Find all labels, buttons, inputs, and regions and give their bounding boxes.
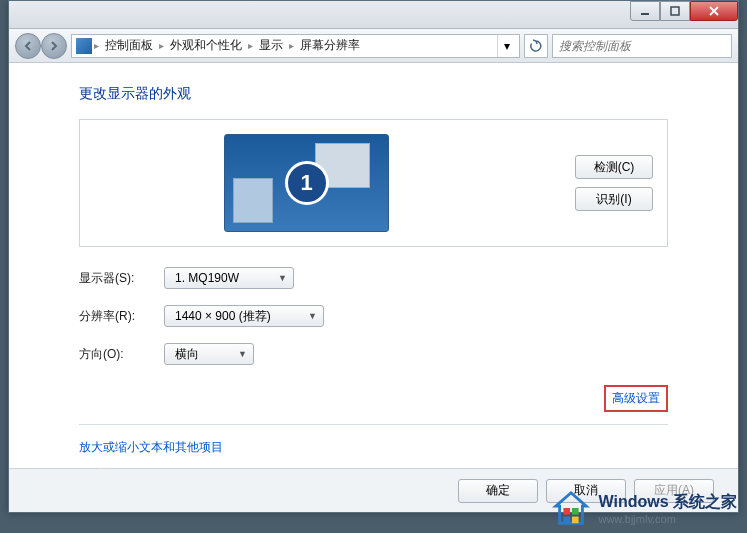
svg-rect-2 — [564, 508, 571, 515]
navigation-bar: ▸ 控制面板 ▸ 外观和个性化 ▸ 显示 ▸ 屏幕分辨率 ▾ — [9, 29, 738, 63]
divider — [79, 424, 668, 425]
maximize-button[interactable] — [660, 1, 690, 21]
breadcrumb-item[interactable]: 显示 — [255, 37, 287, 54]
zoom-text-link[interactable]: 放大或缩小文本和其他项目 — [79, 439, 668, 456]
svg-rect-0 — [641, 13, 649, 15]
breadcrumb-dropdown[interactable]: ▾ — [497, 35, 515, 57]
forward-button[interactable] — [41, 33, 67, 59]
identify-button[interactable]: 识别(I) — [575, 187, 653, 211]
breadcrumb-item[interactable]: 屏幕分辨率 — [296, 37, 364, 54]
orientation-dropdown[interactable]: 横向 ▼ — [164, 343, 254, 365]
svg-rect-4 — [564, 517, 571, 524]
svg-rect-3 — [572, 508, 579, 515]
chevron-down-icon: ▼ — [278, 273, 287, 283]
desktop-thumbnail — [233, 178, 273, 223]
watermark: Windows 系统之家 www.bjjmlv.com — [552, 489, 737, 527]
chevron-down-icon: ▼ — [308, 311, 317, 321]
back-button[interactable] — [15, 33, 41, 59]
help-links: 放大或缩小文本和其他项目 我应该选择什么显示器设置？ — [79, 439, 668, 468]
orientation-label: 方向(O): — [79, 346, 164, 363]
display-label: 显示器(S): — [79, 270, 164, 287]
minimize-button[interactable] — [630, 1, 660, 21]
nav-arrows — [15, 33, 67, 59]
watermark-text: Windows 系统之家 www.bjjmlv.com — [598, 492, 737, 525]
monitor-preview-section: 1 检测(C) 识别(I) — [79, 119, 668, 247]
resolution-row: 分辨率(R): 1440 × 900 (推荐) ▼ — [79, 305, 668, 327]
breadcrumb-item[interactable]: 外观和个性化 — [166, 37, 246, 54]
refresh-button[interactable] — [524, 34, 548, 58]
chevron-right-icon: ▸ — [159, 40, 164, 51]
watermark-title: Windows 系统之家 — [598, 492, 737, 513]
page-title: 更改显示器的外观 — [79, 85, 668, 103]
monitor-preview[interactable]: 1 — [224, 134, 389, 232]
control-panel-window: ▸ 控制面板 ▸ 外观和个性化 ▸ 显示 ▸ 屏幕分辨率 ▾ 更改显示器的外观 … — [8, 0, 739, 513]
control-panel-icon — [76, 38, 92, 54]
monitor-number-badge: 1 — [285, 161, 329, 205]
orientation-row: 方向(O): 横向 ▼ — [79, 343, 668, 365]
svg-rect-1 — [671, 7, 679, 15]
svg-rect-5 — [572, 517, 579, 524]
search-box[interactable] — [552, 34, 732, 58]
advanced-highlight: 高级设置 — [604, 385, 668, 412]
detect-button[interactable]: 检测(C) — [575, 155, 653, 179]
search-input[interactable] — [559, 39, 725, 53]
advanced-settings-link[interactable]: 高级设置 — [612, 391, 660, 405]
display-value: 1. MQ190W — [175, 271, 239, 285]
resolution-value: 1440 × 900 (推荐) — [175, 308, 271, 325]
ok-button[interactable]: 确定 — [458, 479, 538, 503]
orientation-value: 横向 — [175, 346, 199, 363]
titlebar — [9, 1, 738, 29]
close-button[interactable] — [690, 1, 738, 21]
display-row: 显示器(S): 1. MQ190W ▼ — [79, 267, 668, 289]
watermark-url: www.bjjmlv.com — [598, 513, 737, 525]
watermark-logo — [552, 489, 590, 527]
resolution-label: 分辨率(R): — [79, 308, 164, 325]
monitor-buttons: 检测(C) 识别(I) — [575, 155, 653, 211]
breadcrumb[interactable]: ▸ 控制面板 ▸ 外观和个性化 ▸ 显示 ▸ 屏幕分辨率 ▾ — [71, 34, 520, 58]
display-dropdown[interactable]: 1. MQ190W ▼ — [164, 267, 294, 289]
breadcrumb-item[interactable]: 控制面板 — [101, 37, 157, 54]
chevron-down-icon: ▼ — [238, 349, 247, 359]
advanced-row: 高级设置 — [79, 385, 668, 412]
resolution-dropdown[interactable]: 1440 × 900 (推荐) ▼ — [164, 305, 324, 327]
window-controls — [630, 1, 738, 21]
chevron-right-icon: ▸ — [248, 40, 253, 51]
chevron-right-icon: ▸ — [289, 40, 294, 51]
content-area: 更改显示器的外观 1 检测(C) 识别(I) 显示器(S): 1. MQ190W… — [9, 63, 738, 468]
chevron-right-icon: ▸ — [94, 40, 99, 51]
